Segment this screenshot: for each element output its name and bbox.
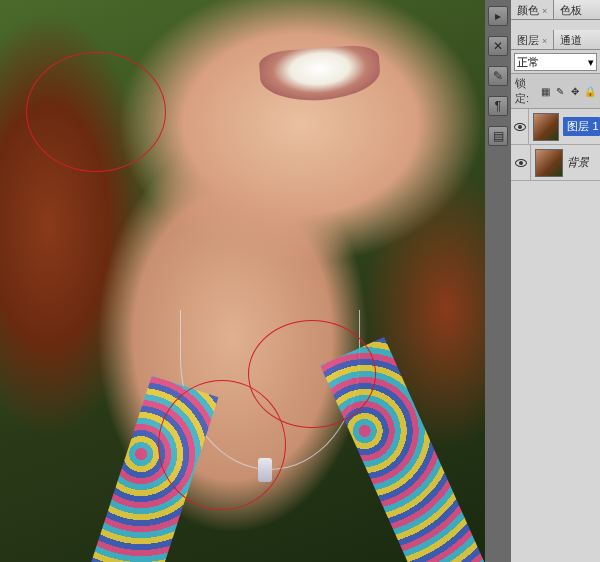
layer-list: 图层 1 背景 [511,109,600,562]
visibility-toggle[interactable] [511,145,531,180]
tab-channels[interactable]: 通道 [554,30,588,49]
panels-sidebar: ▸ ✕ ✎ ¶ ▤ 颜色× 色板 图层× 通道 正常 ▾ [485,0,600,562]
layers-header: 正常 ▾ [511,50,600,74]
note-icon[interactable]: ▤ [488,126,508,146]
paragraph-icon[interactable]: ¶ [488,96,508,116]
tab-label: 颜色 [517,4,539,16]
tab-layers[interactable]: 图层× [511,30,554,49]
tab-label: 色板 [560,4,582,16]
layers-panel-tabs: 图层× 通道 [511,30,600,50]
layer-row[interactable]: 图层 1 [511,109,600,145]
annotation-ellipse [158,380,286,510]
tab-swatches[interactable]: 色板 [554,0,588,19]
lock-transparency-icon[interactable]: ▦ [541,85,551,97]
eye-icon [514,123,526,131]
collapse-icon[interactable]: ▸ [488,6,508,26]
layer-thumbnail[interactable] [533,113,559,141]
annotation-ellipse [26,52,166,172]
document-canvas[interactable] [0,0,485,562]
close-icon[interactable]: × [542,36,547,46]
layer-name[interactable]: 图层 1 [563,117,600,136]
panel-stack: 颜色× 色板 图层× 通道 正常 ▾ 锁定: ▦ ✎ ✥ [511,0,600,562]
lock-all-icon[interactable]: 🔒 [584,85,596,97]
color-panel-tabs: 颜色× 色板 [511,0,600,20]
layer-row[interactable]: 背景 [511,145,600,181]
layer-thumbnail[interactable] [535,149,563,177]
tab-label: 通道 [560,34,582,46]
tools-icon[interactable]: ✕ [488,36,508,56]
layer-name[interactable]: 背景 [567,155,589,170]
blend-mode-value: 正常 [517,55,539,70]
brush-icon[interactable]: ✎ [488,66,508,86]
color-panel-body [511,20,600,30]
tab-color[interactable]: 颜色× [511,0,554,19]
eye-icon [515,159,527,167]
blend-mode-select[interactable]: 正常 ▾ [514,53,597,71]
lock-pixels-icon[interactable]: ✎ [555,85,565,97]
chevron-down-icon: ▾ [588,56,594,69]
panel-dock: ▸ ✕ ✎ ¶ ▤ [485,0,511,562]
lock-position-icon[interactable]: ✥ [570,85,580,97]
lock-row: 锁定: ▦ ✎ ✥ 🔒 [511,74,600,109]
close-icon[interactable]: × [542,6,547,16]
lock-label: 锁定: [515,76,537,106]
tab-label: 图层 [517,34,539,46]
visibility-toggle[interactable] [511,109,529,144]
